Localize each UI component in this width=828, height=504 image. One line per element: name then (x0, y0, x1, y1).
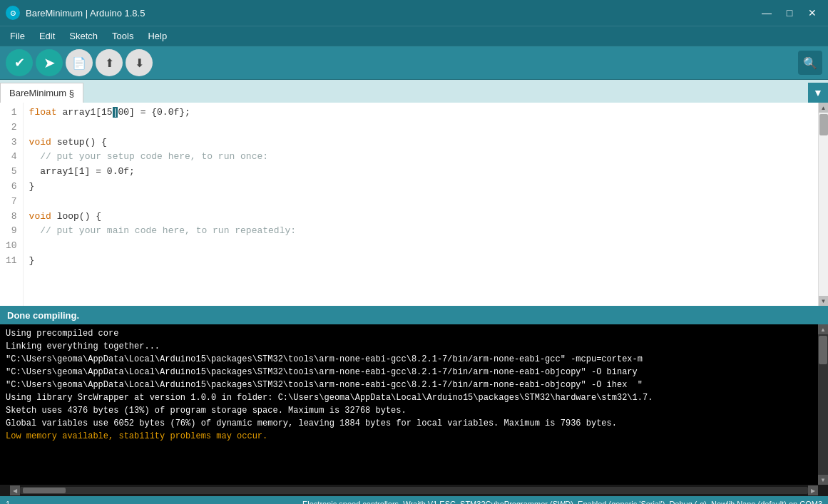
menu-edit[interactable]: Edit (32, 29, 62, 43)
maximize-button[interactable]: □ (780, 6, 799, 20)
status-line-number: 1 (6, 500, 10, 504)
scroll-down-arrow[interactable]: ▼ (819, 296, 829, 306)
line-num-11: 11 (6, 254, 17, 269)
code-editor[interactable]: float array1[15|00] = {0.0f}; void setup… (24, 103, 818, 306)
tab-dropdown-button[interactable]: ▼ (808, 83, 828, 103)
search-button[interactable]: 🔍 (798, 51, 822, 75)
status-board-info: Electronic speed controllers, Wraith V1 … (302, 500, 822, 504)
tab-label: BareMinimum § (9, 88, 74, 98)
line-num-1: 1 (6, 106, 17, 120)
save-button[interactable]: ⬇ (126, 49, 153, 76)
line-num-8: 8 (6, 210, 17, 225)
close-button[interactable]: ✕ (802, 6, 822, 20)
line-num-7: 7 (6, 195, 17, 210)
line-numbers: 1 2 3 4 5 6 7 8 9 10 11 (0, 103, 24, 306)
minimize-button[interactable]: — (757, 6, 777, 20)
toolbar: ✔ ➤ 📄 ⬆ ⬇ 🔍 (0, 46, 828, 80)
tab-bar: BareMinimum § ▼ (0, 80, 828, 103)
upload-button[interactable]: ➤ (36, 49, 63, 76)
menu-file[interactable]: File (3, 29, 32, 43)
line-num-10: 10 (6, 239, 17, 254)
editor-area: 1 2 3 4 5 6 7 8 9 10 11 float array1[15|… (0, 103, 828, 306)
app-title: BareMinimum | Arduino 1.8.5 (26, 8, 145, 19)
scroll-up-arrow[interactable]: ▲ (819, 103, 829, 113)
console-scroll-down[interactable]: ▼ (818, 475, 828, 485)
console-horizontal-scrollbar[interactable]: ◀ ▶ (0, 485, 828, 496)
hscroll-thumb[interactable] (23, 488, 66, 493)
hscroll-track[interactable] (20, 487, 808, 494)
console-warning-text: Low memory available, stability problems… (6, 431, 267, 441)
console-scrollbar[interactable]: ▲ ▼ (818, 324, 828, 485)
menu-bar: File Edit Sketch Tools Help (0, 26, 828, 46)
editor-scrollbar[interactable]: ▲ ▼ (818, 103, 828, 306)
logo-text: ⊙ (10, 9, 16, 17)
verify-button[interactable]: ✔ (6, 49, 33, 76)
console-main-text: Using precompiled core Linking everythin… (6, 329, 653, 428)
open-button[interactable]: ⬆ (96, 49, 123, 76)
hscroll-right-arrow[interactable]: ▶ (808, 485, 818, 495)
console-scroll-up[interactable]: ▲ (818, 324, 828, 334)
line-num-2: 2 (6, 120, 17, 135)
line-num-4: 4 (6, 150, 17, 165)
new-button[interactable]: 📄 (66, 49, 93, 76)
scroll-thumb[interactable] (819, 114, 828, 135)
line-num-9: 9 (6, 224, 17, 239)
window-controls: — □ ✕ (757, 6, 822, 20)
tab-bare-minimum[interactable]: BareMinimum § (0, 83, 83, 103)
title-bar: ⊙ BareMinimum | Arduino 1.8.5 — □ ✕ (0, 0, 828, 26)
console-status: Done compiling. (7, 310, 79, 321)
menu-help[interactable]: Help (140, 29, 174, 43)
console-scroll-thumb[interactable] (819, 336, 827, 364)
console-header: Done compiling. (0, 306, 828, 324)
title-bar-left: ⊙ BareMinimum | Arduino 1.8.5 (6, 6, 145, 20)
menu-tools[interactable]: Tools (105, 29, 140, 43)
hscroll-left-arrow[interactable]: ◀ (10, 485, 20, 495)
menu-sketch[interactable]: Sketch (62, 29, 105, 43)
status-bar: 1 Electronic speed controllers, Wraith V… (0, 496, 828, 504)
console-area: Using precompiled core Linking everythin… (0, 324, 828, 485)
line-num-5: 5 (6, 165, 17, 180)
line-num-6: 6 (6, 180, 17, 195)
line-num-3: 3 (6, 135, 17, 150)
console-output: Using precompiled core Linking everythin… (0, 324, 818, 485)
app-logo: ⊙ (6, 6, 20, 20)
